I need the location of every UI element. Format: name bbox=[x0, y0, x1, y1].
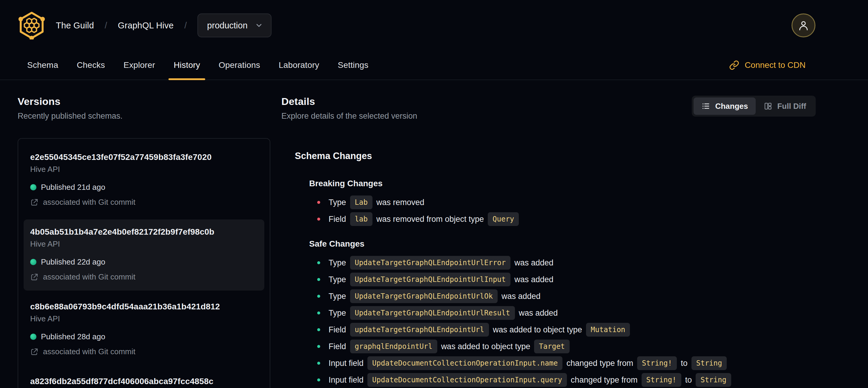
change-text: was added bbox=[501, 292, 540, 301]
code-badge: Mutation bbox=[586, 323, 630, 336]
code-badge: updateTargetGraphQLEndpointUrl bbox=[350, 323, 489, 336]
header-bar: The Guild / GraphQL Hive / production bbox=[0, 0, 868, 51]
git-commit-link[interactable]: associated with Git commit bbox=[30, 272, 258, 281]
safe-change-item: Input fieldUpdateDocumentCollectionOpera… bbox=[317, 356, 816, 370]
changes-toggle-button[interactable]: Changes bbox=[693, 97, 756, 115]
tab-history[interactable]: History bbox=[168, 51, 205, 80]
version-item[interactable]: e2e55045345ce13fe07f52a77459b83fa3fe7020… bbox=[24, 145, 265, 216]
tab-schema[interactable]: Schema bbox=[22, 51, 63, 80]
code-badge: String! bbox=[637, 356, 677, 370]
safe-change-item: TypeUpdateTargetGraphQLEndpointUrlInputw… bbox=[317, 273, 816, 287]
target-selector[interactable]: production bbox=[197, 13, 271, 37]
code-badge: lab bbox=[350, 212, 372, 226]
git-commit-link[interactable]: associated with Git commit bbox=[30, 347, 258, 356]
main-nav: SchemaChecksExplorerHistoryOperationsLab… bbox=[0, 51, 868, 80]
breaking-changes-list: TypeLabwas removedFieldlabwas removed fr… bbox=[317, 196, 816, 226]
change-text: was added to object type bbox=[441, 342, 530, 351]
main-content: Versions Recently published schemas. e2e… bbox=[0, 80, 868, 388]
code-badge: Query bbox=[488, 212, 519, 226]
code-badge: String! bbox=[642, 373, 681, 387]
breaking-bullet bbox=[317, 218, 320, 220]
change-text: Type bbox=[329, 292, 346, 301]
change-text: Type bbox=[329, 275, 346, 284]
external-link-icon bbox=[30, 198, 38, 207]
tab-explorer[interactable]: Explorer bbox=[119, 51, 160, 80]
versions-title: Versions bbox=[18, 96, 270, 107]
connect-to-cdn-link[interactable]: Connect to CDN bbox=[729, 51, 806, 80]
breadcrumb: The Guild / GraphQL Hive / production bbox=[56, 13, 272, 37]
details-title: Details bbox=[281, 96, 417, 107]
version-hash: 4b05ab51b1b4a7e2e4b0ef82172f2b9f7ef98c0b bbox=[30, 227, 258, 237]
change-text: Field bbox=[329, 215, 346, 224]
published-status-text: Published 22d ago bbox=[41, 257, 105, 267]
safe-bullet bbox=[317, 362, 320, 365]
view-toggle: Changes Full Diff bbox=[692, 96, 816, 117]
change-text: was added bbox=[514, 275, 554, 284]
change-text: to bbox=[681, 359, 688, 368]
published-status-dot bbox=[30, 184, 36, 190]
published-status-text: Published 28d ago bbox=[41, 332, 105, 341]
connect-to-cdn-label: Connect to CDN bbox=[745, 60, 806, 70]
code-badge: Target bbox=[534, 339, 569, 353]
code-badge: Lab bbox=[350, 196, 372, 209]
code-badge: UpdateTargetGraphQLEndpointUrlOk bbox=[350, 289, 498, 303]
safe-bullet bbox=[317, 311, 320, 315]
full-diff-toggle-button[interactable]: Full Diff bbox=[756, 97, 814, 115]
version-service: Hive API bbox=[30, 314, 258, 323]
chevron-down-icon bbox=[255, 21, 263, 30]
versions-subtitle: Recently published schemas. bbox=[18, 112, 270, 121]
hive-logo-icon[interactable] bbox=[18, 11, 46, 39]
published-status-dot bbox=[30, 334, 36, 340]
code-badge: UpdateTargetGraphQLEndpointUrlInput bbox=[350, 273, 511, 287]
version-item[interactable]: c8b6e88a06793b9c4dfd54aaa21b36a1b421d812… bbox=[24, 294, 265, 365]
columns-icon bbox=[764, 101, 772, 111]
safe-change-item: FieldgraphqlEndpointUrlwas added to obje… bbox=[317, 339, 816, 353]
code-badge: UpdateTargetGraphQLEndpointUrlError bbox=[350, 256, 511, 270]
user-icon bbox=[798, 20, 809, 31]
code-badge: UpdateTargetGraphQLEndpointUrlResult bbox=[350, 306, 515, 320]
full-diff-toggle-label: Full Diff bbox=[777, 101, 806, 111]
change-text: Type bbox=[329, 258, 346, 268]
breadcrumb-separator: / bbox=[184, 21, 187, 30]
git-commit-label: associated with Git commit bbox=[43, 272, 135, 281]
version-item[interactable]: 4b05ab51b1b4a7e2e4b0ef82172f2b9f7ef98c0b… bbox=[24, 219, 265, 291]
published-status-text: Published 21d ago bbox=[41, 183, 105, 192]
git-commit-link[interactable]: associated with Git commit bbox=[30, 198, 258, 207]
external-link-icon bbox=[30, 348, 38, 356]
change-text: was added bbox=[514, 258, 554, 268]
versions-panel: Versions Recently published schemas. e2e… bbox=[18, 96, 270, 388]
change-text: changed type from bbox=[571, 376, 638, 385]
nav-tabs: SchemaChecksExplorerHistoryOperationsLab… bbox=[22, 51, 374, 80]
code-badge: UpdateDocumentCollectionOperationInput.n… bbox=[367, 356, 562, 370]
breadcrumb-org[interactable]: The Guild bbox=[56, 21, 94, 30]
code-badge: UpdateDocumentCollectionOperationInput.q… bbox=[367, 373, 567, 387]
tab-operations[interactable]: Operations bbox=[214, 51, 265, 80]
safe-changes-list: TypeUpdateTargetGraphQLEndpointUrlErrorw… bbox=[317, 256, 816, 387]
change-text: Input field bbox=[329, 376, 364, 385]
change-text: was removed from object type bbox=[376, 215, 484, 224]
schema-changes-title: Schema Changes bbox=[295, 151, 816, 161]
list-icon bbox=[701, 101, 710, 111]
versions-list: e2e55045345ce13fe07f52a77459b83fa3fe7020… bbox=[18, 138, 270, 388]
breaking-changes-title: Breaking Changes bbox=[309, 179, 816, 188]
code-badge: graphqlEndpointUrl bbox=[350, 339, 437, 353]
change-text: Field bbox=[329, 325, 346, 334]
published-status-dot bbox=[30, 259, 36, 265]
tab-laboratory[interactable]: Laboratory bbox=[274, 51, 324, 80]
version-item[interactable]: a823f6db2a55df877dcf406006abca97fcc4858c… bbox=[24, 369, 265, 388]
user-avatar[interactable] bbox=[792, 13, 815, 37]
change-text: Field bbox=[329, 342, 346, 351]
schema-changes-section: Schema Changes Breaking Changes TypeLabw… bbox=[281, 151, 816, 387]
git-commit-label: associated with Git commit bbox=[43, 347, 135, 356]
tab-settings[interactable]: Settings bbox=[333, 51, 374, 80]
target-selector-value: production bbox=[207, 21, 247, 30]
breadcrumb-project[interactable]: GraphQL Hive bbox=[118, 21, 174, 30]
tab-checks[interactable]: Checks bbox=[72, 51, 110, 80]
change-text: was removed bbox=[376, 198, 425, 207]
version-hash: e2e55045345ce13fe07f52a77459b83fa3fe7020 bbox=[30, 152, 258, 162]
code-badge: String bbox=[691, 356, 727, 370]
safe-change-item: Input fieldUpdateDocumentCollectionOpera… bbox=[317, 373, 816, 387]
change-text: changed type from bbox=[566, 359, 633, 368]
change-text: Input field bbox=[329, 359, 364, 368]
external-link-icon bbox=[30, 273, 38, 281]
